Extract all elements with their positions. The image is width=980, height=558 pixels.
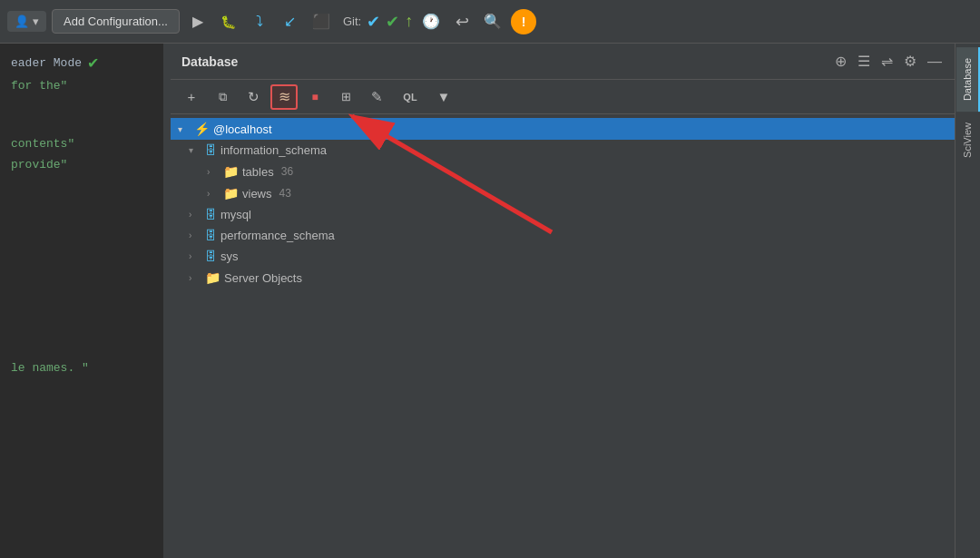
views-count: 43 [279, 187, 291, 200]
close-panel-icon[interactable]: — [926, 52, 944, 72]
right-sidebar: Database SciView [955, 44, 980, 558]
tables-label: tables [242, 165, 274, 179]
database-title: Database [181, 54, 833, 69]
editor-text-4: le names. " [11, 361, 89, 375]
chevron-right-icon: › [189, 273, 201, 283]
chevron-right-icon: › [207, 167, 220, 177]
server-objects-label: Server Objects [224, 271, 302, 285]
tables-count: 36 [281, 165, 293, 178]
git-check-blue-icon: ✔ [367, 12, 380, 32]
localhost-label: @localhost [213, 122, 272, 136]
tree-item-localhost[interactable]: ▾ ⚡ @localhost [171, 118, 955, 140]
tree-item-performance-schema[interactable]: › 🗄 performance_schema [171, 225, 955, 246]
search-button[interactable]: 🔍 [480, 9, 505, 34]
stop-button[interactable]: ⬛ [309, 9, 334, 34]
chevron-right-icon: › [189, 251, 201, 261]
reader-mode-row: eader Mode ✔ [0, 51, 163, 75]
step-over-button[interactable]: ⤵ [247, 9, 272, 34]
tree-item-tables[interactable]: › 📁 tables 36 [171, 161, 955, 182]
filter-button[interactable]: ▼ [430, 84, 457, 110]
schema-icon: 🗄 [205, 208, 217, 221]
tree-item-views[interactable]: › 📁 views 43 [171, 182, 955, 204]
user-button[interactable]: 👤 ▾ [7, 11, 46, 32]
search-icon: 🔍 [484, 13, 502, 30]
schema-filter-button[interactable]: ≋ [270, 84, 298, 110]
refresh-icon: ↻ [248, 89, 260, 105]
plus-icon: + [188, 89, 196, 104]
folder-icon: 📁 [223, 186, 239, 201]
step-icon: ⤵ [256, 14, 263, 30]
run-icon: ▶ [192, 13, 203, 30]
editor-scrollbar[interactable] [163, 44, 171, 558]
edit-button[interactable]: ✎ [363, 84, 390, 110]
git-push-icon: ↑ [405, 12, 413, 31]
performance-schema-label: performance_schema [220, 229, 335, 242]
folder-icon: 📁 [205, 270, 220, 285]
notification-button[interactable]: ! [511, 9, 536, 34]
chevron-right-icon: › [189, 230, 201, 240]
add-configuration-button[interactable]: Add Configuration... [52, 9, 180, 34]
undo-button[interactable]: ↩ [449, 9, 475, 34]
git-history-button[interactable]: 🕐 [418, 9, 444, 34]
debug-button[interactable]: 🐛 [216, 9, 241, 34]
debug-icon: 🐛 [220, 15, 236, 29]
user-chevron: ▾ [33, 15, 39, 28]
tree-item-mysql[interactable]: › 🗄 mysql [171, 204, 955, 225]
tree-item-server-objects[interactable]: › 📁 Server Objects [171, 267, 955, 289]
sync-icon[interactable]: ⇌ [879, 51, 895, 72]
new-item-button[interactable]: + [178, 84, 205, 110]
git-check-green-icon: ✔ [386, 12, 399, 32]
sidebar-tab-database[interactable]: Database [956, 47, 980, 112]
database-tree: ▾ ⚡ @localhost ▾ 🗄 information_schema › … [171, 114, 955, 558]
user-icon: 👤 [15, 15, 29, 28]
copy-icon: ⧉ [219, 90, 227, 104]
settings-icon[interactable]: ⚙ [902, 51, 918, 72]
database-panel: Database ⊕ ☰ ⇌ ⚙ — + ⧉ ↻ [171, 44, 955, 558]
schema-icon: 🗄 [205, 250, 217, 263]
stop-button[interactable]: ■ [301, 84, 328, 110]
refresh-button[interactable]: ↻ [240, 84, 267, 110]
editor-text-1: for the" [11, 79, 67, 93]
editor-text-2: contents" [11, 137, 74, 151]
ql-label: QL [403, 92, 416, 103]
mysql-label: mysql [220, 208, 251, 221]
database-toolbar: + ⧉ ↻ ≋ ■ ⊞ ✎ [171, 80, 955, 114]
table-icon: ⊞ [341, 90, 351, 103]
table-view-button[interactable]: ⊞ [332, 84, 359, 110]
ql-button[interactable]: QL [394, 84, 426, 110]
stop-icon: ■ [311, 91, 318, 103]
sidebar-tab-sciview-label: SciView [962, 122, 973, 158]
top-toolbar: 👤 ▾ Add Configuration... ▶ 🐛 ⤵ ↙ ⬛ Git: … [0, 0, 980, 44]
git-clock-icon: 🕐 [422, 13, 440, 30]
schema-filter-icon: ≋ [279, 88, 290, 105]
main-area: eader Mode ✔ for the" contents" provide"… [0, 44, 980, 558]
add-datasource-icon[interactable]: ⊕ [833, 51, 848, 72]
chevron-right-icon: › [189, 210, 201, 220]
editor-line-6: le names. " [0, 357, 163, 379]
chevron-down-icon: ▾ [189, 145, 201, 155]
folder-icon: 📁 [223, 164, 239, 179]
chevron-right-icon: › [207, 189, 220, 199]
git-label: Git: [343, 15, 361, 28]
localhost-type-icon: ⚡ [194, 122, 210, 136]
copy-button[interactable]: ⧉ [209, 84, 236, 110]
edit-icon: ✎ [371, 89, 383, 105]
step-into-button[interactable]: ↙ [278, 9, 303, 34]
schema-icon: 🗄 [205, 143, 217, 157]
run-button[interactable]: ▶ [185, 9, 211, 34]
tree-item-information-schema[interactable]: ▾ 🗄 information_schema [171, 140, 955, 161]
undo-icon: ↩ [456, 12, 469, 32]
tree-item-sys[interactable]: › 🗄 sys [171, 246, 955, 267]
stop-icon: ⬛ [312, 13, 330, 30]
database-panel-wrapper: Database ⊕ ☰ ⇌ ⚙ — + ⧉ ↻ [171, 44, 955, 558]
reader-mode-check-icon: ✔ [87, 54, 99, 72]
schema-icon: 🗄 [205, 229, 217, 242]
editor-line-3: contents" [0, 133, 163, 155]
properties-icon[interactable]: ☰ [856, 51, 872, 72]
sidebar-tab-sciview[interactable]: SciView [956, 112, 980, 169]
views-label: views [242, 187, 272, 201]
editor-line-1: for the" [0, 75, 163, 97]
add-config-label: Add Configuration... [64, 15, 168, 28]
editor-line-2 [0, 97, 163, 133]
reader-mode-label: eader Mode [11, 56, 82, 70]
